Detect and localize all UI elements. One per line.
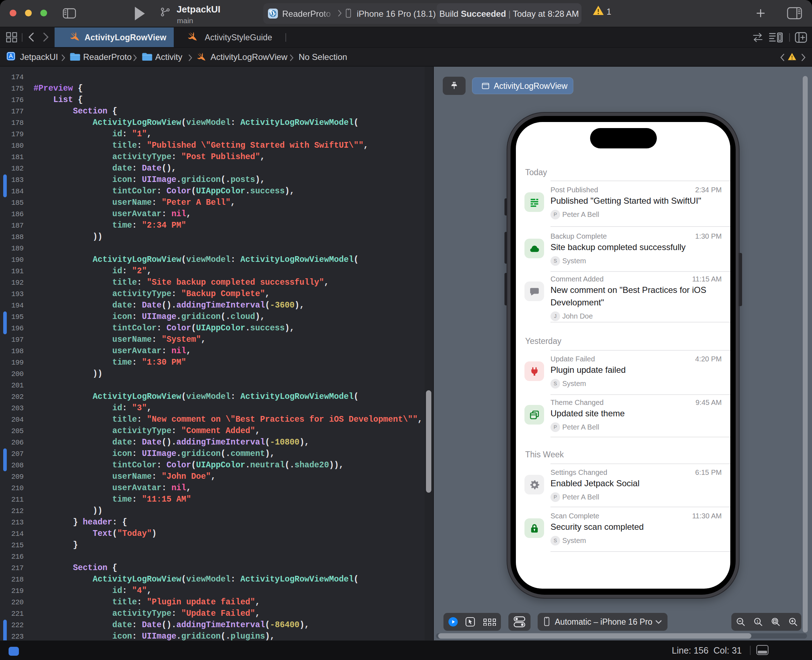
svg-text:1: 1	[756, 619, 758, 624]
